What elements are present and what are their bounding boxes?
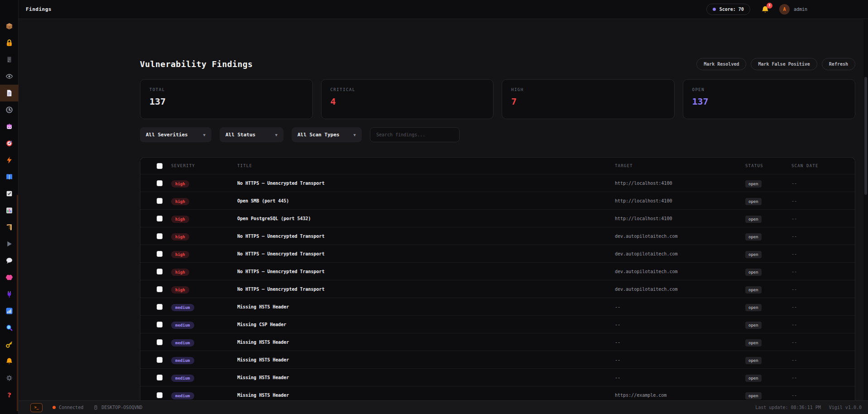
scan-date: --	[791, 375, 855, 380]
finding-title: Missing HSTS Header	[237, 357, 615, 362]
brain-icon	[5, 274, 13, 281]
avatar[interactable]: A	[779, 4, 790, 14]
severity-badge: medium	[171, 392, 194, 400]
table-row[interactable]: medium Missing HSTS Header -- open --	[140, 333, 855, 351]
scan-type-filter-value: All Scan Types	[297, 132, 340, 138]
row-checkbox[interactable]	[157, 198, 163, 204]
stat-card-high: HIGH 7	[502, 79, 675, 119]
sidebar-item-clock[interactable]	[0, 101, 19, 118]
sidebar-item-lightning[interactable]	[0, 152, 19, 168]
severity-badge: high	[171, 180, 189, 188]
status-filter-dropdown[interactable]: All Status ▼	[220, 127, 283, 142]
table-row[interactable]: medium Missing HSTS Header -- open --	[140, 351, 855, 368]
table-row[interactable]: high No HTTPS — Unencrypted Transport de…	[140, 245, 855, 262]
findings-table: SEVERITY TITLE TARGET STATUS SCAN DATE h…	[140, 157, 855, 400]
sidebar-item-chart[interactable]	[0, 202, 19, 219]
robot-icon	[5, 123, 13, 130]
status-badge: open	[745, 216, 762, 223]
sidebar-item-eye[interactable]	[0, 68, 19, 85]
table-row[interactable]: high Open SMB (port 445) http://localhos…	[140, 192, 855, 209]
row-checkbox[interactable]	[157, 233, 163, 239]
severity-filter-dropdown[interactable]: All Severities ▼	[140, 127, 211, 142]
sidebar-item-document[interactable]	[0, 85, 19, 101]
mark-resolved-button[interactable]: Mark Resolved	[696, 58, 746, 70]
sidebar-item-bell[interactable]	[0, 353, 19, 370]
sidebar-item-checkbox[interactable]	[0, 185, 19, 202]
sidebar-item-package[interactable]	[0, 18, 19, 34]
table-row[interactable]: high Open PostgreSQL (port 5432) http://…	[140, 209, 855, 227]
table-row[interactable]: high No HTTPS — Unencrypted Transport de…	[140, 262, 855, 280]
scan-date: --	[791, 340, 855, 345]
status-badge: open	[745, 269, 762, 276]
status-filter-value: All Status	[225, 132, 255, 138]
table-row[interactable]: high No HTTPS — Unencrypted Transport de…	[140, 280, 855, 298]
finding-target: dev.autopilotaitech.com	[615, 269, 745, 274]
sidebar-item-server[interactable]	[0, 51, 19, 68]
sidebar-item-robot[interactable]	[0, 118, 19, 135]
play-icon	[5, 240, 13, 248]
terminal-button[interactable]: >_	[30, 403, 43, 412]
table-row[interactable]: medium Missing HSTS Header https://examp…	[140, 386, 855, 400]
row-checkbox[interactable]	[157, 357, 163, 363]
plug-icon	[5, 290, 13, 298]
row-checkbox[interactable]	[157, 375, 163, 380]
notifications-button[interactable]: 3	[761, 5, 769, 14]
window-scrollbar[interactable]	[863, 19, 868, 400]
row-checkbox[interactable]	[157, 216, 163, 221]
status-badge: open	[745, 357, 762, 364]
table-row[interactable]: medium Missing CSP Header -- open --	[140, 315, 855, 333]
table-row[interactable]: high No HTTPS — Unencrypted Transport de…	[140, 227, 855, 245]
sidebar-item-brain[interactable]	[0, 269, 19, 286]
sidebar-item-scroll[interactable]	[0, 219, 19, 236]
finding-target: --	[615, 340, 745, 345]
mark-false-positive-button[interactable]: Mark False Positive	[751, 58, 817, 70]
severity-badge: high	[171, 216, 189, 223]
table-header: SEVERITY TITLE TARGET STATUS SCAN DATE	[140, 158, 855, 174]
sidebar-item-speech[interactable]	[0, 252, 19, 269]
finding-title: Missing HSTS Header	[237, 340, 615, 345]
row-checkbox[interactable]	[157, 322, 163, 327]
table-row[interactable]: high No HTTPS — Unencrypted Transport ht…	[140, 174, 855, 192]
sidebar-item-help[interactable]: ?	[0, 386, 19, 403]
scroll-icon	[5, 223, 13, 231]
page-title: Vulnerability Findings	[140, 59, 253, 69]
scan-type-filter-dropdown[interactable]: All Scan Types ▼	[292, 127, 362, 142]
page-actions: Mark Resolved Mark False Positive Refres…	[696, 58, 855, 70]
help-icon: ?	[5, 391, 13, 399]
table-row[interactable]: medium Missing HSTS Header -- open --	[140, 298, 855, 315]
row-checkbox[interactable]	[157, 251, 163, 257]
sidebar-item-target[interactable]	[0, 135, 19, 152]
finding-target: http://localhost:4100	[615, 198, 745, 203]
row-checkbox[interactable]	[157, 269, 163, 274]
sidebar-item-book[interactable]	[0, 168, 19, 185]
scan-date: --	[791, 234, 855, 239]
finding-target: --	[615, 357, 745, 362]
page-head: Vulnerability Findings Mark Resolved Mar…	[140, 58, 855, 70]
computer-icon	[93, 405, 98, 410]
row-checkbox[interactable]	[157, 286, 163, 292]
row-checkbox[interactable]	[157, 304, 163, 310]
sidebar-scrollbar[interactable]	[17, 195, 18, 411]
hostname-label: DESKTOP-OSOQVND	[101, 405, 142, 410]
scan-date: --	[791, 287, 855, 292]
severity-badge: medium	[171, 339, 194, 347]
sidebar-item-play[interactable]	[0, 236, 19, 252]
row-checkbox[interactable]	[157, 180, 163, 186]
column-target: TARGET	[615, 164, 745, 168]
sidebar-item-search[interactable]	[0, 319, 19, 336]
sidebar-item-key[interactable]	[0, 336, 19, 353]
refresh-button[interactable]: Refresh	[822, 58, 855, 70]
topbar: Findings Score: 70 3 A admin	[19, 0, 868, 19]
sidebar-item-stats[interactable]	[0, 303, 19, 319]
row-checkbox[interactable]	[157, 392, 163, 398]
gear-icon	[5, 374, 13, 382]
search-input[interactable]	[370, 127, 460, 142]
select-all-checkbox[interactable]	[157, 163, 163, 169]
table-row[interactable]: medium Missing HSTS Header -- open --	[140, 368, 855, 386]
scrollbar-thumb[interactable]	[864, 77, 867, 195]
row-checkbox[interactable]	[157, 339, 163, 345]
main-content: Vulnerability Findings Mark Resolved Mar…	[19, 19, 868, 400]
sidebar-item-plug[interactable]	[0, 286, 19, 303]
sidebar-item-lock[interactable]	[0, 34, 19, 51]
sidebar-item-gear[interactable]	[0, 370, 19, 386]
